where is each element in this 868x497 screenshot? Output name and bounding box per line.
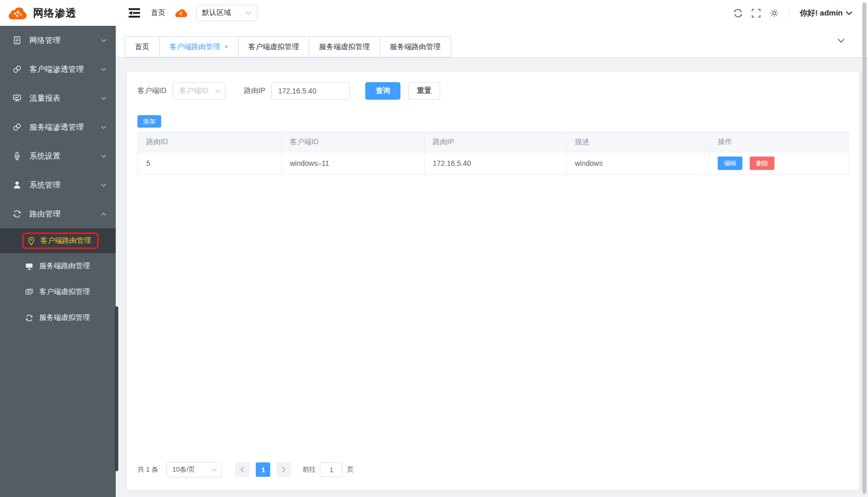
chevron-down-icon xyxy=(101,126,106,129)
refresh-icon xyxy=(25,314,34,322)
route-ip-input[interactable] xyxy=(271,82,350,100)
chevron-down-icon xyxy=(101,154,106,158)
sidebar-subitem-server-virtual-management[interactable]: 服务端虚拟管理 xyxy=(0,305,116,331)
edit-button[interactable]: 编辑 xyxy=(718,157,742,170)
tab-home[interactable]: 首页 xyxy=(125,36,160,57)
sidebar-scrollbar[interactable] xyxy=(115,306,118,471)
chevron-left-icon xyxy=(240,467,244,473)
logo-area: 网络渗透 xyxy=(0,0,116,26)
goto-page-input[interactable] xyxy=(320,462,343,477)
cell-route-id: 5 xyxy=(138,152,282,175)
sidebar-item-system-settings[interactable]: 系统设置 xyxy=(0,142,116,170)
sidebar-collapse-icon[interactable] xyxy=(128,7,142,19)
column-header-route-id: 路由ID xyxy=(138,132,282,152)
sidebar-item-label: 服务端渗透管理 xyxy=(29,122,84,132)
column-header-route-ip: 路由IP xyxy=(424,132,566,152)
tab-server-route-management[interactable]: 服务端路由管理 xyxy=(380,36,451,57)
table-header-row: 路由ID 客户端ID 路由IP 描述 操作 xyxy=(138,132,849,152)
sidebar-subitem-label: 服务端路由管理 xyxy=(39,261,90,271)
sidebar-item-label: 系统管理 xyxy=(29,180,60,190)
page-unit-label: 页 xyxy=(347,465,353,474)
region-select[interactable]: 默认区域 xyxy=(196,5,257,21)
column-header-description: 描述 xyxy=(566,132,709,152)
next-page-button[interactable] xyxy=(276,462,291,477)
column-header-actions: 操作 xyxy=(709,132,849,152)
sidebar-subitem-label: 服务端虚拟管理 xyxy=(39,313,90,322)
location-pin-icon xyxy=(27,237,36,245)
delete-button[interactable]: 删除 xyxy=(750,157,774,170)
cell-route-ip: 172.16.5.40 xyxy=(424,152,566,175)
topbar-divider xyxy=(789,8,790,18)
sidebar-item-label: 流量报表 xyxy=(29,94,60,103)
cell-description: windows xyxy=(566,152,709,175)
sidebar-subitem-label: 客户端虚拟管理 xyxy=(39,287,90,297)
user-menu[interactable]: 你好! admin xyxy=(800,8,853,18)
fullscreen-icon[interactable] xyxy=(751,8,762,18)
tab-label: 客户端路由管理 xyxy=(169,42,220,52)
brand-cloud-logo-icon xyxy=(6,5,28,21)
refresh-icon xyxy=(12,209,23,219)
theme-sun-icon[interactable] xyxy=(769,8,780,18)
tabs-menu-chevron-icon[interactable] xyxy=(838,38,845,43)
refresh-icon[interactable] xyxy=(733,8,743,18)
prev-page-button[interactable] xyxy=(235,462,250,477)
chart-board-icon xyxy=(12,93,23,103)
sidebar-item-system-management[interactable]: 系统管理 xyxy=(0,170,116,199)
sidebar-item-label: 网络管理 xyxy=(29,36,60,45)
app-root: 网络渗透 首页 默认区域 xyxy=(0,0,868,497)
pagination: 共 1 条 10条/页 1 前往 页 xyxy=(137,462,353,477)
column-header-client-id: 客户端ID xyxy=(281,132,424,152)
page-scrollbar[interactable] xyxy=(862,3,866,494)
user-icon xyxy=(12,180,23,190)
sidebar-item-label: 系统设置 xyxy=(29,151,60,161)
tab-label: 服务端虚拟管理 xyxy=(319,42,370,52)
sidebar-item-server-penetration[interactable]: 服务端渗透管理 xyxy=(0,113,116,142)
pagination-total: 共 1 条 xyxy=(137,465,158,474)
sidebar-subitem-server-route-management[interactable]: 服务端路由管理 xyxy=(0,253,116,279)
client-id-select[interactable]: 客户端ID xyxy=(173,82,225,100)
sidebar-item-network-management[interactable]: 网络管理 xyxy=(0,26,116,55)
chevron-down-icon xyxy=(101,97,106,100)
goto-page-label: 前往 xyxy=(302,465,316,474)
tab-client-route-management[interactable]: 客户端路由管理 × xyxy=(159,36,239,57)
chevron-down-icon xyxy=(215,89,221,93)
tab-server-virtual-management[interactable]: 服务端虚拟管理 xyxy=(309,36,380,57)
page-number-button[interactable]: 1 xyxy=(256,462,270,477)
breadcrumb-home[interactable]: 首页 xyxy=(151,8,165,18)
sidebar-item-traffic-report[interactable]: 流量报表 xyxy=(0,84,116,113)
add-button[interactable]: 添加 xyxy=(137,115,161,128)
tab-client-virtual-management[interactable]: 客户端虚拟管理 xyxy=(238,36,309,57)
tab-close-icon[interactable]: × xyxy=(224,43,228,50)
client-id-select-placeholder: 客户端ID xyxy=(179,86,208,96)
main-area: 首页 客户端路由管理 × 客户端虚拟管理 服务端虚拟管理 服务端路由管理 客户端 xyxy=(116,26,868,497)
sidebar-item-client-penetration[interactable]: 客户端渗透管理 xyxy=(0,55,116,84)
app-title: 网络渗透 xyxy=(33,6,76,20)
sidebar: 网络管理 客户端渗透管理 流量报表 xyxy=(0,26,116,497)
sidebar-subitem-client-virtual-management[interactable]: 客户端虚拟管理 xyxy=(0,279,116,305)
chevron-right-icon xyxy=(282,467,286,473)
sidebar-subitem-client-route-management[interactable]: 客户端路由管理 xyxy=(0,228,116,253)
chevron-up-icon xyxy=(101,212,106,216)
sidebar-item-route-management[interactable]: 路由管理 xyxy=(0,199,116,228)
region-cloud-icon xyxy=(174,8,188,18)
filter-form: 客户端ID 客户端ID 路由IP 查询 重置 xyxy=(137,82,849,100)
chevron-down-icon xyxy=(245,11,252,15)
reset-button[interactable]: 重置 xyxy=(408,82,440,100)
page-size-select[interactable]: 10条/页 xyxy=(166,462,222,477)
sidebar-item-label: 路由管理 xyxy=(29,209,60,219)
cell-actions: 编辑 删除 xyxy=(709,152,849,175)
tab-label: 客户端虚拟管理 xyxy=(249,42,299,52)
content-card: 客户端ID 客户端ID 路由IP 查询 重置 添加 路由ID xyxy=(127,71,860,490)
sidebar-item-label: 客户端渗透管理 xyxy=(29,65,84,74)
region-select-value: 默认区域 xyxy=(202,8,231,18)
monitor-icon xyxy=(25,262,34,271)
search-button[interactable]: 查询 xyxy=(365,82,400,100)
user-greeting: 你好! admin xyxy=(800,8,843,18)
annotation-highlight-box[interactable]: 客户端路由管理 xyxy=(22,232,99,249)
tabs-bar: 首页 客户端路由管理 × 客户端虚拟管理 服务端虚拟管理 服务端路由管理 xyxy=(116,26,868,58)
microphone-icon xyxy=(12,151,23,161)
tab-label: 服务端路由管理 xyxy=(390,42,441,52)
routes-table: 路由ID 客户端ID 路由IP 描述 操作 5 windows–11 172.1… xyxy=(137,132,849,175)
chevron-down-icon xyxy=(101,39,106,42)
route-ip-label: 路由IP xyxy=(244,86,265,96)
